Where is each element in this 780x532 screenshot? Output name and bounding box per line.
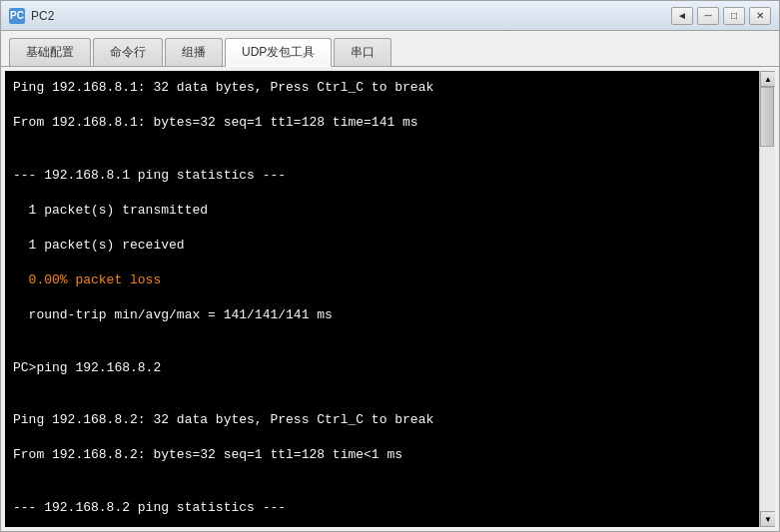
tab-command-line[interactable]: 命令行	[93, 38, 163, 66]
main-content: Ping 192.168.8.1: 32 data bytes, Press C…	[1, 67, 779, 531]
scrollbar-up-button[interactable]: ▲	[760, 71, 775, 87]
window-title: PC2	[31, 9, 54, 23]
tab-serial-port[interactable]: 串口	[334, 38, 391, 66]
window-icon-text: PC	[10, 10, 24, 21]
back-button[interactable]: ◄	[671, 7, 693, 25]
scrollbar[interactable]: ▲ ▼	[759, 71, 775, 527]
window-icon: PC	[9, 8, 25, 24]
scrollbar-track[interactable]	[760, 87, 775, 511]
close-button[interactable]: ✕	[749, 7, 771, 25]
main-window: PC PC2 ◄ ─ □ ✕ 基础配置 命令行 组播 UDP发包工具 串口 Pi…	[0, 0, 780, 532]
terminal[interactable]: Ping 192.168.8.1: 32 data bytes, Press C…	[5, 71, 759, 527]
minimize-button[interactable]: ─	[697, 7, 719, 25]
maximize-button[interactable]: □	[723, 7, 745, 25]
tab-multicast[interactable]: 组播	[165, 38, 223, 66]
scrollbar-thumb[interactable]	[760, 87, 774, 147]
tab-basic-config[interactable]: 基础配置	[9, 38, 91, 66]
title-bar-left: PC PC2	[9, 8, 54, 24]
title-bar: PC PC2 ◄ ─ □ ✕	[1, 1, 779, 31]
title-bar-controls: ◄ ─ □ ✕	[671, 7, 771, 25]
scrollbar-down-button[interactable]: ▼	[760, 511, 775, 527]
terminal-wrapper: Ping 192.168.8.1: 32 data bytes, Press C…	[5, 71, 775, 527]
tab-udp-tool[interactable]: UDP发包工具	[225, 38, 332, 67]
tab-bar: 基础配置 命令行 组播 UDP发包工具 串口	[1, 31, 779, 67]
